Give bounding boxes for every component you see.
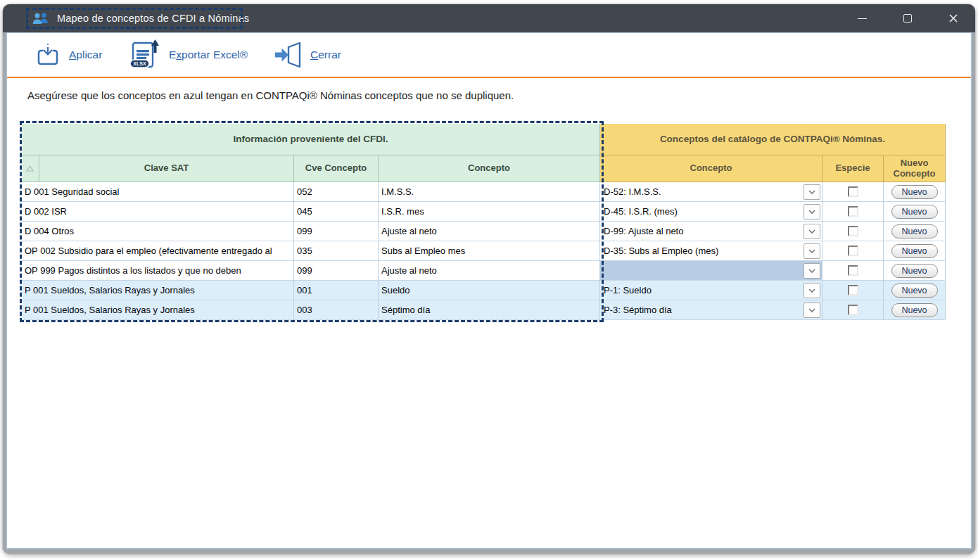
especie-checkbox[interactable] <box>848 265 858 276</box>
sort-triangle-icon <box>26 165 34 172</box>
especie-checkbox[interactable] <box>848 206 858 217</box>
content-area: Aplicar XLSX Exportar Excel® <box>6 32 972 549</box>
cell-cve-concepto: 099 <box>294 222 379 241</box>
especie-checkbox[interactable] <box>848 305 858 315</box>
concepto-nominas-dropdown[interactable]: P-1: Sueldo <box>600 281 823 300</box>
nuevo-cell: Nuevo <box>884 261 946 281</box>
chevron-down-icon[interactable] <box>804 204 820 219</box>
chevron-down-icon[interactable] <box>804 243 820 259</box>
exportar-excel-label: Exportar Excel® <box>169 49 248 61</box>
nuevo-concepto-button[interactable]: Nuevo <box>891 264 938 278</box>
column-header-clave-sat[interactable]: Clave SAT <box>39 155 294 182</box>
concepto-nominas-dropdown[interactable]: D-35: Subs al Empleo (mes) <box>600 241 823 261</box>
app-window: Mapeo de conceptos de CFDI a Nóminas <box>3 4 975 554</box>
exit-door-icon <box>273 41 303 69</box>
nuevo-concepto-button[interactable]: Nuevo <box>891 224 938 238</box>
concepto-nominas-dropdown[interactable]: D-52: I.M.S.S. <box>600 182 823 202</box>
aplicar-label: Aplicar <box>69 49 102 61</box>
especie-cell <box>823 281 884 300</box>
minimize-icon <box>858 18 867 19</box>
especie-cell <box>823 261 884 281</box>
dropdown-value: D-45: I.S.R. (mes) <box>600 206 822 217</box>
cell-concepto-cfdi: I.S.R. mes <box>379 202 600 222</box>
column-header-concepto-cfdi[interactable]: Concepto <box>379 155 600 182</box>
concepto-nominas-dropdown[interactable]: D-99: Ajuste al neto <box>600 222 823 241</box>
cell-clave-sat: D 001 Seguridad social <box>22 182 294 202</box>
nuevo-concepto-button[interactable]: Nuevo <box>891 244 938 258</box>
column-header-concepto-nominas[interactable]: Concepto <box>600 155 823 182</box>
screen: Mapeo de conceptos de CFDI a Nóminas <box>0 0 978 560</box>
dropdown-value: P-3: Séptimo día <box>600 305 822 315</box>
exportar-excel-button[interactable]: XLSX Exportar Excel® <box>128 33 248 77</box>
cerrar-label: Cerrar <box>310 49 341 61</box>
window-controls <box>849 4 967 32</box>
cell-clave-sat: OP 002 Subsidio para el empleo (efectiva… <box>22 241 294 261</box>
maximize-button[interactable] <box>894 8 921 29</box>
especie-checkbox[interactable] <box>848 285 858 295</box>
nuevo-cell: Nuevo <box>884 281 946 300</box>
nuevo-cell: Nuevo <box>884 222 946 241</box>
close-button[interactable] <box>940 8 967 29</box>
excel-document-arrow-icon: XLSX <box>128 39 161 70</box>
svg-text:XLSX: XLSX <box>133 61 146 66</box>
maximize-icon <box>903 14 912 23</box>
chevron-down-icon[interactable] <box>804 184 820 200</box>
especie-cell <box>823 241 884 261</box>
cell-cve-concepto: 001 <box>294 281 379 300</box>
dropdown-value: D-52: I.M.S.S. <box>600 186 822 197</box>
nuevo-cell: Nuevo <box>884 241 946 261</box>
group-header-nominas: Conceptos del catálogo de CONTPAQi® Nómi… <box>600 124 946 155</box>
concepto-nominas-dropdown[interactable]: D-45: I.S.R. (mes) <box>600 202 823 222</box>
cell-cve-concepto: 045 <box>294 202 379 222</box>
especie-checkbox[interactable] <box>848 246 858 256</box>
titlebar: Mapeo de conceptos de CFDI a Nóminas <box>3 4 975 32</box>
cell-concepto-cfdi: I.M.S.S. <box>379 182 600 202</box>
chevron-down-icon[interactable] <box>804 283 820 298</box>
cell-cve-concepto: 003 <box>294 300 379 320</box>
cell-concepto-cfdi: Ajuste al neto <box>379 222 600 241</box>
cell-concepto-cfdi: Sueldo <box>379 281 600 300</box>
cell-concepto-cfdi: Séptimo día <box>379 300 600 320</box>
especie-cell <box>823 202 884 222</box>
nuevo-concepto-button[interactable]: Nuevo <box>891 205 938 219</box>
especie-checkbox[interactable] <box>848 186 858 197</box>
group-header-cfdi: Información proveniente del CFDI. <box>22 124 600 155</box>
cell-concepto-cfdi: Subs al Empleo mes <box>379 241 600 261</box>
cell-clave-sat: OP 999 Pagos distintos a los listados y … <box>22 261 294 281</box>
nuevo-concepto-button[interactable]: Nuevo <box>891 284 938 298</box>
nuevo-concepto-button[interactable]: Nuevo <box>891 303 938 317</box>
chevron-down-icon[interactable] <box>804 263 820 279</box>
column-header-cve-concepto[interactable]: Cve Concepto <box>294 155 379 182</box>
toolbar: Aplicar XLSX Exportar Excel® <box>7 33 971 78</box>
row-indicator-header[interactable] <box>22 155 39 182</box>
close-icon <box>948 13 958 23</box>
dropdown-value: D-35: Subs al Empleo (mes) <box>600 246 822 256</box>
people-icon <box>32 12 50 25</box>
cell-clave-sat: P 001 Sueldos, Salarios Rayas y Jornales <box>22 281 294 300</box>
especie-cell <box>823 300 884 320</box>
chevron-down-icon[interactable] <box>804 224 820 239</box>
cerrar-button[interactable]: Cerrar <box>273 33 341 77</box>
minimize-button[interactable] <box>849 8 875 29</box>
nuevo-cell: Nuevo <box>884 182 946 202</box>
nuevo-cell: Nuevo <box>884 300 946 320</box>
aplicar-button[interactable]: Aplicar <box>34 33 102 77</box>
chevron-down-icon[interactable] <box>804 303 820 318</box>
cell-concepto-cfdi: Ajuste al neto <box>379 261 600 281</box>
dropdown-value: D-99: Ajuste al neto <box>600 226 822 236</box>
cell-cve-concepto: 052 <box>294 182 379 202</box>
nuevo-concepto-button[interactable]: Nuevo <box>891 185 938 199</box>
cell-cve-concepto: 099 <box>294 261 379 281</box>
especie-cell <box>823 182 884 202</box>
concepto-nominas-dropdown[interactable] <box>600 261 823 281</box>
cell-clave-sat: P 001 Sueldos, Salarios Rayas y Jornales <box>22 300 294 320</box>
especie-cell <box>823 222 884 241</box>
column-header-nuevo-concepto[interactable]: Nuevo Concepto <box>884 155 946 182</box>
download-tray-icon <box>34 42 61 68</box>
window-title: Mapeo de conceptos de CFDI a Nóminas <box>57 13 249 24</box>
cell-clave-sat: D 002 ISR <box>22 202 294 222</box>
concepto-nominas-dropdown[interactable]: P-3: Séptimo día <box>600 300 823 320</box>
column-header-especie[interactable]: Especie <box>823 155 884 182</box>
especie-checkbox[interactable] <box>848 226 858 236</box>
cell-clave-sat: D 004 Otros <box>22 222 294 241</box>
